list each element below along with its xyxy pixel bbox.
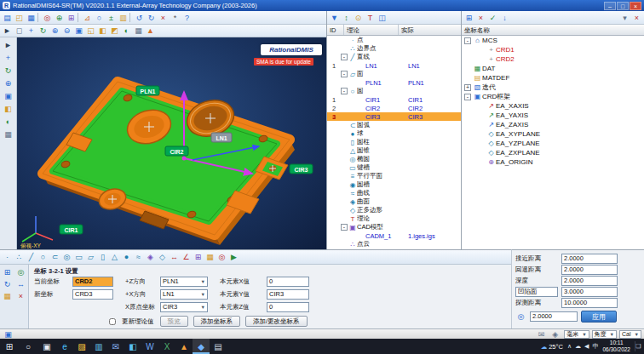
EA_ZXPLANE[interactable]: ◇ EA_ZXPLANE bbox=[462, 148, 644, 157]
fit-view-icon[interactable]: ▣ bbox=[3, 90, 14, 101]
coordinate-icon[interactable]: ⊞ bbox=[66, 12, 77, 23]
mail-icon[interactable]: ✉ bbox=[107, 339, 124, 354]
task-view-button[interactable]: ▣ bbox=[37, 339, 56, 354]
dropdown-select[interactable]: LN1▼ bbox=[160, 289, 208, 300]
onedrive-icon[interactable]: ☁ bbox=[575, 343, 581, 350]
圆槽[interactable]: ◉ 圆槽 bbox=[327, 180, 461, 189]
EA_YZPLANE[interactable]: ◇ EA_YZPLANE bbox=[462, 139, 644, 148]
CRD2[interactable]: + CRD2 bbox=[462, 54, 644, 64]
text-input[interactable]: 0 bbox=[267, 302, 309, 312]
front-view-icon[interactable]: ◧ bbox=[3, 103, 14, 114]
taskbar-clock[interactable]: 10:11 06/30/2022 bbox=[602, 340, 630, 353]
CRD1[interactable]: + CRD1 bbox=[462, 45, 644, 54]
measure-angle-icon[interactable]: ∠ bbox=[181, 252, 192, 263]
new-file-icon[interactable]: ▤ bbox=[2, 12, 13, 23]
separator[interactable] bbox=[37, 13, 41, 22]
undo-icon[interactable]: ↺ bbox=[134, 12, 145, 23]
construct-cone-icon[interactable]: △ bbox=[109, 252, 120, 263]
coord-delete-icon[interactable]: × bbox=[15, 290, 26, 301]
number-input[interactable]: 10.0000 bbox=[561, 298, 618, 308]
number-input[interactable]: 2.0000 bbox=[561, 276, 618, 286]
EA_YAXIS[interactable]: ↗ EA_YAXIS bbox=[462, 111, 644, 120]
minimize-button[interactable]: – bbox=[604, 2, 616, 10]
rotate-tool-icon[interactable]: ↻ bbox=[3, 65, 14, 76]
preview-button[interactable]: 预览 bbox=[160, 316, 188, 327]
construct-surface-icon[interactable]: ◈ bbox=[145, 252, 156, 263]
view-top-icon[interactable]: ◱ bbox=[85, 26, 96, 37]
construct-boundary-icon[interactable]: ∴ bbox=[14, 252, 25, 263]
unit-dropdown[interactable]: 毫米▼ bbox=[564, 330, 589, 339]
coord-321-icon[interactable]: ⊞ bbox=[2, 266, 13, 277]
coord-export-icon[interactable]: ↓ bbox=[499, 12, 510, 23]
feature-label-icon[interactable]: T bbox=[365, 12, 376, 23]
construct-line-icon[interactable]: ╱ bbox=[26, 252, 37, 263]
apply-button[interactable]: 应用 bbox=[581, 311, 617, 323]
3d-scene[interactable]: PLN1 CIR2 LN1 CIR3 CIR1 俯视-XY bbox=[17, 37, 326, 249]
点云[interactable]: ∴ 点云 bbox=[327, 240, 461, 248]
feature-filter-icon[interactable]: ▼ bbox=[329, 12, 340, 23]
PLN1[interactable]: PLN1 PLN1 bbox=[327, 78, 461, 87]
weather-widget[interactable]: ☁ 25°C bbox=[541, 343, 563, 351]
notification-center-icon[interactable]: ❏ bbox=[635, 341, 641, 351]
coord-translate-icon[interactable]: ↔ bbox=[15, 278, 26, 289]
EA_XAXIS[interactable]: ↗ EA_XAXIS bbox=[462, 101, 644, 111]
construct-slot-icon[interactable]: ▭ bbox=[73, 252, 84, 263]
add-or-change-coordinate-button[interactable]: 添加/更改坐标系 bbox=[245, 316, 308, 327]
tolerance-icon[interactable]: ± bbox=[106, 12, 117, 23]
zoom-in-icon[interactable]: ⊕ bbox=[49, 26, 60, 37]
label-cir3[interactable]: CIR3 bbox=[290, 164, 313, 174]
feature-sort-icon[interactable]: ↕ bbox=[341, 12, 352, 23]
平行平面[interactable]: ≡ 平行平面 bbox=[327, 172, 461, 180]
dropdown-select[interactable]: PLN1▼ bbox=[160, 277, 208, 287]
zoom-tool-icon[interactable]: ⊕ bbox=[3, 77, 14, 88]
coord-save-icon[interactable]: ▦ bbox=[2, 290, 13, 301]
zoom-out-icon[interactable]: ⊖ bbox=[61, 26, 72, 37]
圆柱[interactable]: ▯ 圆柱 bbox=[327, 138, 461, 146]
text-input[interactable]: CRD2 bbox=[72, 277, 113, 287]
grid-icon[interactable]: ▦ bbox=[3, 128, 14, 140]
coord-new-icon[interactable]: ⊞ bbox=[463, 12, 474, 23]
maximize-button[interactable]: □ bbox=[617, 2, 629, 10]
feature-view-icon[interactable]: ◫ bbox=[377, 12, 388, 23]
unit-dropdown[interactable]: 角度▼ bbox=[592, 330, 617, 339]
header-id[interactable]: ID bbox=[327, 25, 344, 35]
点[interactable]: · 点 bbox=[327, 36, 461, 44]
正多边形[interactable]: ◇ 正多边形 bbox=[327, 206, 461, 214]
settings-icon[interactable]: * bbox=[170, 12, 181, 23]
coord-rotate-icon[interactable]: ↻ bbox=[2, 278, 13, 289]
ime-icon[interactable]: 中 bbox=[592, 342, 598, 351]
直线[interactable]: - ╱ 直线 bbox=[327, 53, 461, 61]
coord-del-icon[interactable]: × bbox=[475, 12, 486, 23]
zoom-fit-icon[interactable]: ▣ bbox=[73, 26, 84, 37]
header-nominal[interactable]: 理论 bbox=[344, 25, 399, 35]
number-input[interactable]: 2.0000 bbox=[561, 254, 618, 264]
construct-point-icon[interactable]: · bbox=[2, 252, 13, 263]
redo-icon[interactable]: ↻ bbox=[146, 12, 157, 23]
CAD模型[interactable]: - ▣ CAD模型 bbox=[327, 223, 461, 231]
open-file-icon[interactable]: ◰ bbox=[14, 12, 25, 23]
tray-expand-icon[interactable]: ∧ bbox=[567, 343, 572, 350]
3d-viewport[interactable]: PLN1 CIR2 LN1 CIR3 CIR1 俯视-XY RationalDM… bbox=[17, 37, 326, 249]
number-input[interactable]: 2.0000 bbox=[561, 265, 618, 275]
椭圆[interactable]: ◎ 椭圆 bbox=[327, 155, 461, 163]
construct-curve-icon[interactable]: ≈ bbox=[133, 252, 144, 263]
construct-sphere-icon[interactable]: ● bbox=[121, 252, 132, 263]
pattern-icon[interactable]: ▦ bbox=[204, 252, 216, 263]
volume-icon[interactable]: ◀ bbox=[584, 343, 589, 350]
header-actual[interactable]: 实际 bbox=[399, 25, 461, 35]
add-coordinate-button[interactable]: 添加坐标系 bbox=[193, 316, 241, 327]
label-pln1[interactable]: PLN1 bbox=[136, 86, 159, 95]
view-iso-icon[interactable]: ◩ bbox=[109, 26, 120, 37]
cad-view-icon[interactable]: ▲ bbox=[145, 26, 156, 37]
CRD框架[interactable]: - ▣ CRD框架 bbox=[462, 92, 644, 101]
feature-search-icon[interactable]: ⊙ bbox=[353, 12, 364, 23]
select-cursor-icon[interactable]: ► bbox=[2, 26, 13, 37]
panel-dock-icon[interactable]: ▾ bbox=[619, 12, 630, 23]
measure-distance-icon[interactable]: ↔ bbox=[169, 252, 180, 263]
球[interactable]: ● 球 bbox=[327, 129, 461, 138]
label-ln1[interactable]: LN1 bbox=[211, 133, 232, 142]
element-icon[interactable]: ○ bbox=[94, 12, 105, 23]
EA_ORIGIN[interactable]: ⊕ EA_ORIGIN bbox=[462, 157, 644, 167]
wireframe-view-icon[interactable]: ▦ bbox=[133, 26, 144, 37]
text-input[interactable]: 0 bbox=[267, 277, 309, 287]
